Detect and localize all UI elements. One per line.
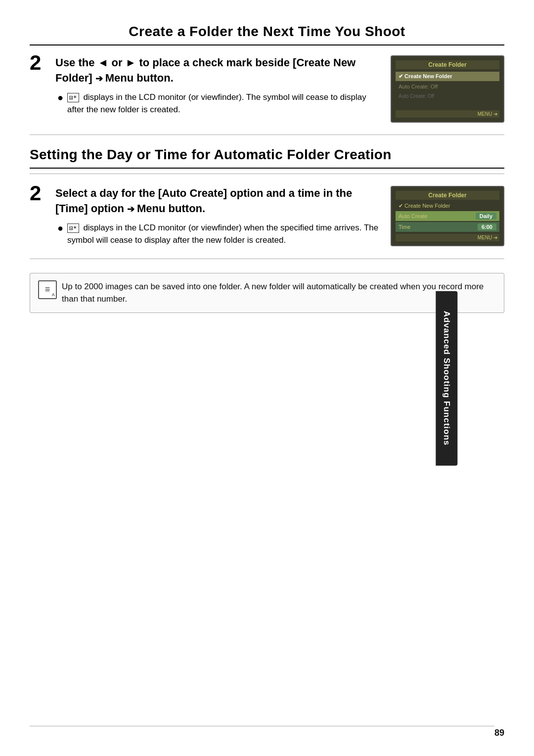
- section-divider-3: [30, 259, 504, 259]
- cs2-time-value: 6:00: [478, 223, 496, 230]
- cs1-item3: Auto Create: Off: [396, 92, 499, 100]
- cs1-item4: [396, 101, 499, 107]
- page-number: 89: [494, 728, 504, 738]
- page-container: Create a Folder the Next Time You Shoot …: [0, 0, 534, 756]
- cs1-title: Create Folder: [396, 60, 499, 69]
- cs1-item1: ✔ Create New Folder: [396, 72, 499, 81]
- section1-bullet-dot: ●: [57, 91, 64, 104]
- cs2-item1: ✔ Create New Folder: [396, 202, 499, 210]
- cs2-footer: MENU ➔: [396, 234, 499, 241]
- section-divider-2: [30, 174, 504, 174]
- section2-bullet-dot: ●: [57, 222, 64, 234]
- section2-menu-arrow: ➔: [127, 204, 137, 214]
- section2-step-block: 2 Select a day for the [Auto Create] opt…: [30, 186, 504, 247]
- camera-screen-1: Create Folder ✔ Create New Folder Auto C…: [391, 55, 504, 123]
- section2-bullet-item: ● ⊡* displays in the LCD monitor (or vie…: [57, 222, 381, 247]
- cs2-autocreate-label: Auto Create: [399, 213, 428, 219]
- page-line: [30, 726, 494, 726]
- cs2-auto-create-row: Auto Create Daily: [396, 211, 499, 221]
- cs2-autocreate-value: Daily: [476, 213, 496, 220]
- section2-title: Setting the Day or Time for Automatic Fo…: [30, 147, 504, 169]
- cs1-item2: Auto Create: Off: [396, 82, 499, 91]
- section1-step-title: Use the ◄ or ► to place a check mark bes…: [55, 55, 381, 86]
- cs1-footer: MENU ➔: [396, 110, 499, 118]
- section2-step-number: 2: [30, 183, 45, 204]
- section1-title: Create a Folder the Next Time You Shoot: [30, 24, 504, 45]
- camera-screen-2: Create Folder ✔ Create New Folder Auto C…: [391, 186, 504, 246]
- section1-bullet-item: ● ⊡* displays in the LCD monitor (or vie…: [57, 91, 381, 116]
- section2-step-title: Select a day for the [Auto Create] optio…: [55, 186, 381, 217]
- section2-menu-label: Menu: [137, 202, 165, 215]
- note-corner-mark: A: [52, 292, 55, 297]
- section2-step-content: Select a day for the [Auto Create] optio…: [55, 186, 381, 247]
- section1-bullet-text: ⊡* displays in the LCD monitor (or viewf…: [67, 91, 381, 116]
- note-icon: A: [38, 280, 57, 299]
- section1-step-content: Use the ◄ or ► to place a check mark bes…: [55, 55, 381, 116]
- section1-step-block: 2 Use the ◄ or ► to place a check mark b…: [30, 55, 504, 123]
- note-text: Up to 2000 images can be saved into one …: [62, 280, 496, 306]
- cs2-title: Create Folder: [396, 191, 499, 200]
- cs2-time-row: Time 6:00: [396, 222, 499, 232]
- lcd-icon-2: ⊡*: [67, 223, 79, 233]
- note-box: A Up to 2000 images can be saved into on…: [30, 273, 504, 313]
- section1-menu-label: Menu: [105, 72, 134, 84]
- lcd-icon: ⊡*: [67, 93, 79, 102]
- sidebar-tab: Advanced Shooting Functions: [436, 291, 458, 465]
- section1-bullet-main: displays in the LCD monitor (or viewfind…: [67, 92, 366, 115]
- section1-menu-arrow: ➔: [95, 74, 105, 84]
- section1-step-number: 2: [30, 52, 45, 73]
- cs2-time-label: Time: [399, 224, 410, 230]
- section-divider-1: [30, 134, 504, 135]
- section2-bullet-text: ⊡* displays in the LCD monitor (or viewf…: [67, 222, 381, 247]
- section2-bullet-main: displays in the LCD monitor (or viewfind…: [67, 223, 378, 245]
